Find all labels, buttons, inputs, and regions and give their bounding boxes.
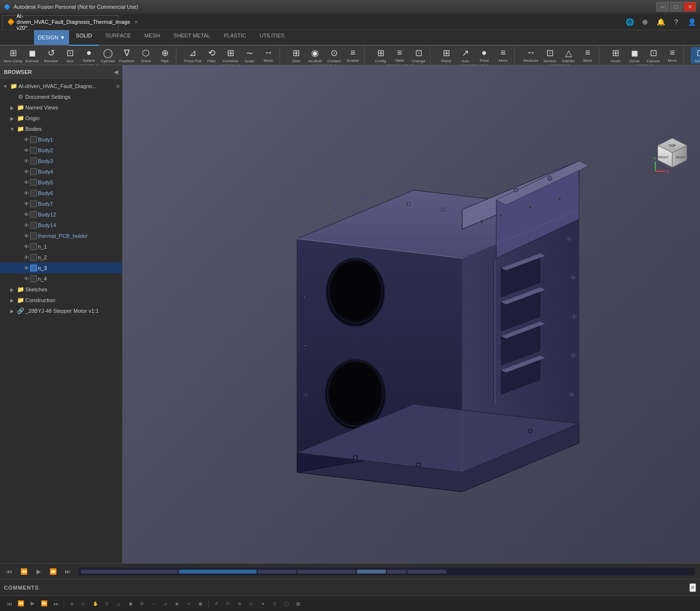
notifications-button[interactable]: 🔔 <box>654 16 667 28</box>
pipe-button[interactable]: ⊕Pipe <box>156 47 174 64</box>
tab-solid[interactable]: SOLID <box>69 30 99 46</box>
tree-item-body2[interactable]: 👁 Body2 <box>0 145 122 156</box>
tree-item-body6[interactable]: 👁 Body6 <box>0 188 122 198</box>
check-body3[interactable] <box>30 158 37 164</box>
new-component-button[interactable]: ⊞New Comp <box>4 47 22 64</box>
sphere-button[interactable]: ●Sphere <box>80 47 98 64</box>
tree-item-root[interactable]: ▼ 📁 AI-driven_HVAC_Fault_Diagno... ⚙ <box>0 81 122 91</box>
freeform-button[interactable]: ∇Freeform <box>118 47 136 64</box>
visibility-icon-n1[interactable]: 👁 <box>22 243 30 251</box>
tree-item-n4[interactable]: 👁 n_4 <box>0 273 122 284</box>
design-mode-button[interactable]: DESIGN ▼ <box>34 30 69 45</box>
point-button[interactable]: ●Point <box>475 47 493 64</box>
tab-surface[interactable]: SURFACE <box>99 30 138 46</box>
play-forward-button[interactable]: ⏩ <box>48 566 58 577</box>
status-tool-10[interactable]: ◉ <box>172 598 182 609</box>
tree-item-body14[interactable]: 👁 Body14 <box>0 220 122 231</box>
status-btn-5[interactable]: ⏭ <box>51 598 61 609</box>
close-button[interactable]: ✕ <box>683 2 696 12</box>
status-tool-7[interactable]: ⊞ <box>137 598 147 609</box>
visibility-icon-body2[interactable]: 👁 <box>22 146 30 154</box>
cylinder-button[interactable]: ◯Cylinder <box>99 47 117 64</box>
minimize-button[interactable]: ─ <box>656 2 669 12</box>
tree-item-origin[interactable]: ▶ 📁 Origin <box>0 113 122 124</box>
maximize-button[interactable]: □ <box>670 2 682 12</box>
check-body5[interactable] <box>30 179 37 186</box>
visibility-icon-thermal[interactable]: 👁 <box>22 232 30 240</box>
play-back-button[interactable]: ⏪ <box>18 566 29 577</box>
status-tool-8[interactable]: ↔ <box>148 598 159 609</box>
tree-item-body3[interactable]: 👁 Body3 <box>0 156 122 166</box>
status-tool-5[interactable]: △ <box>113 598 124 609</box>
tab-sheet-metal[interactable]: SHEET METAL <box>167 30 217 46</box>
decal-button[interactable]: ◼Decal <box>625 47 644 64</box>
tab-utilities[interactable]: UTILITIES <box>253 30 291 46</box>
status-btn-2[interactable]: ⏪ <box>16 598 26 609</box>
help-button[interactable]: ? <box>670 16 682 28</box>
axis-button[interactable]: ↗Axis <box>456 47 474 64</box>
measure-button[interactable]: ↔Measure <box>522 47 540 64</box>
sheet-button[interactable]: ⬡Sheet <box>137 47 155 64</box>
check-body4[interactable] <box>30 168 37 175</box>
contact-button[interactable]: ⊙Contact <box>325 47 343 64</box>
comments-close-button[interactable]: ✕ <box>689 583 696 592</box>
visibility-icon-n2[interactable]: 👁 <box>22 253 30 261</box>
scale-button[interactable]: ∼Scale <box>240 47 259 64</box>
visibility-icon-body12[interactable]: 👁 <box>22 211 30 218</box>
tree-item-body7[interactable]: 👁 Body7 <box>0 198 122 209</box>
combine-button[interactable]: ⊞Combine <box>221 47 240 64</box>
tree-item-construction[interactable]: ▶ 📁 Construction <box>0 295 122 306</box>
visibility-icon-body1[interactable]: 👁 <box>22 136 30 144</box>
visibility-icon-body14[interactable]: 👁 <box>22 221 30 229</box>
play-button[interactable]: ▶ <box>33 566 44 577</box>
play-last-button[interactable]: ⏭ <box>62 566 73 577</box>
browser-collapse-button[interactable]: ◀ <box>114 69 118 75</box>
status-tool-1[interactable]: ⊕ <box>67 598 77 609</box>
status-tool-3[interactable]: ✋ <box>90 598 101 609</box>
as-built-button[interactable]: ◉As-Built <box>306 47 324 64</box>
status-tool-18[interactable]: ⊡ <box>269 598 280 609</box>
canvas-button[interactable]: ⊡Canvas <box>644 47 663 64</box>
construct-more-button[interactable]: ≡More <box>494 47 512 64</box>
fillet-button[interactable]: ⟲Fillet <box>202 47 221 64</box>
check-body7[interactable] <box>30 200 37 207</box>
status-tool-20[interactable]: ▦ <box>293 598 303 609</box>
check-body2[interactable] <box>30 147 37 154</box>
status-tool-17[interactable]: ● <box>258 598 268 609</box>
check-n2[interactable] <box>30 254 37 261</box>
check-body6[interactable] <box>30 190 37 197</box>
check-n1[interactable] <box>30 243 37 250</box>
box-button[interactable]: ⊡Box <box>61 47 79 64</box>
cube-navigator[interactable]: TOP FRONT RIGHT X Y <box>650 133 694 177</box>
visibility-icon-body4[interactable]: 👁 <box>22 168 30 176</box>
tree-item-body4[interactable]: 👁 Body4 <box>0 166 122 177</box>
status-tool-6[interactable]: ◼ <box>125 598 136 609</box>
viewport[interactable]: TOP FRONT RIGHT X Y ⊕ ⊙ ✋ <box>122 65 700 563</box>
tree-item-n2[interactable]: 👁 n_2 <box>0 252 122 263</box>
tab-plastic[interactable]: PLASTIC <box>217 30 253 46</box>
status-tool-16[interactable]: ⊙ <box>246 598 257 609</box>
status-tool-13[interactable]: ↺ <box>211 598 222 609</box>
tree-item-bodies[interactable]: ▼ 📁 Bodies <box>0 124 122 134</box>
tab-close-icon[interactable]: ✕ <box>134 19 138 25</box>
tree-item-thermal-pcb[interactable]: 👁 thermal_PCB_holder <box>0 231 122 241</box>
tree-item-body12[interactable]: 👁 Body12 <box>0 209 122 220</box>
check-n3[interactable] <box>30 265 37 271</box>
tree-item-doc-settings[interactable]: ⚙ Document Settings <box>0 91 122 102</box>
status-btn-3[interactable]: ▶ <box>27 598 38 609</box>
new-tab-button[interactable]: + <box>121 16 132 28</box>
globe-icon-button[interactable]: ⊕ <box>639 16 651 28</box>
tree-item-sketches[interactable]: ▶ 📁 Sketches <box>0 284 122 295</box>
insert-button[interactable]: ⊞Insert <box>606 47 625 64</box>
config-button[interactable]: ⊞Config <box>371 47 390 64</box>
status-btn-4[interactable]: ⏩ <box>39 598 50 609</box>
revolve-button[interactable]: ↺Revolve <box>42 47 60 64</box>
check-n4[interactable] <box>30 275 37 282</box>
status-tool-15[interactable]: ⊕ <box>234 598 245 609</box>
section-button[interactable]: ⊡Section <box>541 47 559 64</box>
change-button[interactable]: ⊡Change <box>409 47 428 64</box>
press-pull-button[interactable]: ⊿Press Pull <box>183 47 202 64</box>
check-body1[interactable] <box>30 136 37 143</box>
visibility-icon-body6[interactable]: 👁 <box>22 189 30 197</box>
tree-item-n3[interactable]: 👁 n_3 <box>0 263 122 273</box>
